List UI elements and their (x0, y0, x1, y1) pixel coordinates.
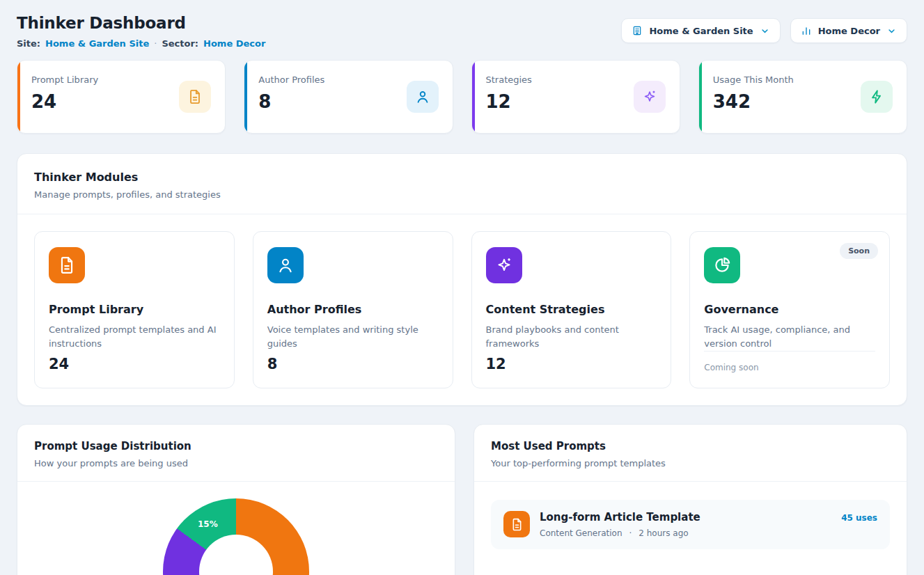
page-header: Thinker Dashboard Site: Home & Garden Si… (17, 14, 907, 49)
building-icon (632, 25, 643, 36)
stat-text: Author Profiles 8 (258, 74, 324, 119)
header-actions: Home & Garden Site Home Decor (621, 18, 907, 43)
stats-row: Prompt Library 24 Author Profiles 8 Stra… (17, 60, 907, 134)
stat-label: Author Profiles (258, 74, 324, 85)
stat-label: Usage This Month (713, 74, 794, 85)
prompt-list: Long-form Article Template Content Gener… (474, 482, 907, 567)
bar-chart-icon (801, 25, 812, 36)
page-title: Thinker Dashboard (17, 14, 265, 32)
module-description: Centralized prompt templates and AI inst… (49, 323, 220, 351)
soon-badge: Soon (840, 243, 878, 259)
sector-label: Sector: (162, 38, 198, 49)
usage-donut: 15% (163, 498, 309, 575)
modules-panel: Thinker Modules Manage prompts, profiles… (17, 153, 907, 406)
module-card-content-strategies[interactable]: Content Strategies Brand playbooks and c… (471, 231, 672, 388)
module-count: 8 (267, 356, 439, 372)
pie-chart-icon (704, 247, 740, 283)
separator-dot: · (629, 528, 632, 538)
stat-value: 12 (486, 91, 532, 112)
prompts-card-header: Most Used Prompts Your top-performing pr… (474, 425, 907, 481)
module-card-prompt-library[interactable]: Prompt Library Centralized prompt templa… (34, 231, 235, 388)
usage-card-title: Prompt Usage Distribution (34, 440, 438, 452)
usage-card-header: Prompt Usage Distribution How your promp… (17, 425, 455, 481)
stat-text: Prompt Library 24 (31, 74, 98, 119)
module-count: 12 (486, 356, 657, 372)
stat-value: 8 (258, 91, 324, 112)
user-icon (267, 247, 304, 283)
module-card-author-profiles[interactable]: Author Profiles Voice templates and writ… (253, 231, 453, 388)
module-title: Author Profiles (267, 303, 439, 316)
module-title: Governance (704, 303, 875, 316)
module-footer: Coming soon (704, 351, 875, 372)
divider (704, 351, 875, 352)
site-dropdown[interactable]: Home & Garden Site (621, 18, 780, 43)
document-icon (179, 81, 211, 113)
site-dropdown-label: Home & Garden Site (649, 26, 753, 36)
usage-distribution-card: Prompt Usage Distribution How your promp… (17, 424, 455, 575)
module-count: 24 (49, 356, 220, 372)
module-card-governance[interactable]: Soon Governance Track AI usage, complian… (689, 231, 890, 388)
prompt-item-title: Long-form Article Template (540, 511, 700, 523)
module-description: Brand playbooks and content frameworks (486, 323, 657, 351)
modules-panel-title: Thinker Modules (34, 171, 890, 184)
sector-link[interactable]: Home Decor (203, 38, 265, 49)
donut-segment-label: 15% (198, 519, 218, 529)
coming-soon-label: Coming soon (704, 363, 875, 372)
separator-dot: · (154, 38, 157, 49)
modules-grid: Prompt Library Centralized prompt templa… (17, 214, 907, 405)
module-description: Track AI usage, compliance, and version … (704, 323, 875, 351)
sparkle-icon (486, 247, 522, 283)
stat-text: Strategies 12 (486, 74, 532, 119)
module-title: Prompt Library (49, 303, 220, 316)
prompt-item-time: 2 hours ago (639, 528, 688, 538)
site-label: Site: (17, 38, 40, 49)
stat-card-usage: Usage This Month 342 (698, 60, 907, 134)
sector-dropdown-label: Home Decor (818, 26, 880, 36)
bottom-row: Prompt Usage Distribution How your promp… (17, 424, 907, 575)
site-link[interactable]: Home & Garden Site (45, 38, 149, 49)
stat-card-prompt-library: Prompt Library 24 (17, 60, 226, 134)
dashboard-page: Thinker Dashboard Site: Home & Garden Si… (0, 0, 924, 575)
sector-dropdown[interactable]: Home Decor (790, 18, 907, 43)
module-description: Voice templates and writing style guides (267, 323, 439, 351)
stat-text: Usage This Month 342 (713, 74, 794, 119)
chevron-down-icon (886, 26, 897, 36)
most-used-prompts-card: Most Used Prompts Your top-performing pr… (473, 424, 907, 575)
breadcrumb: Site: Home & Garden Site · Sector: Home … (17, 38, 265, 49)
modules-panel-header: Thinker Modules Manage prompts, profiles… (17, 154, 907, 214)
stat-label: Strategies (486, 74, 532, 85)
prompt-item-meta: Content Generation · 2 hours ago (540, 528, 700, 538)
user-icon (407, 81, 439, 113)
prompt-item-text: Long-form Article Template Content Gener… (540, 511, 700, 538)
sparkle-icon (634, 81, 666, 113)
prompts-card-subtitle: Your top-performing prompt templates (491, 458, 890, 468)
stat-card-author-profiles: Author Profiles 8 (244, 60, 453, 134)
prompt-item-category: Content Generation (540, 528, 622, 538)
usage-card-subtitle: How your prompts are being used (34, 458, 438, 468)
stat-value: 24 (31, 91, 98, 112)
chart-area: 15% (17, 482, 455, 575)
prompts-card-title: Most Used Prompts (491, 440, 890, 452)
stat-label: Prompt Library (31, 74, 98, 85)
document-icon (503, 511, 530, 537)
document-icon (49, 247, 85, 283)
prompt-item-uses-badge: 45 uses (841, 513, 877, 523)
modules-panel-subtitle: Manage prompts, profiles, and strategies (34, 189, 890, 200)
bolt-icon (861, 81, 893, 113)
stat-value: 342 (713, 91, 794, 112)
stat-card-strategies: Strategies 12 (471, 60, 680, 134)
list-item[interactable]: Long-form Article Template Content Gener… (491, 500, 890, 549)
chevron-down-icon (760, 26, 770, 36)
module-title: Content Strategies (486, 303, 657, 316)
header-left: Thinker Dashboard Site: Home & Garden Si… (17, 14, 265, 49)
